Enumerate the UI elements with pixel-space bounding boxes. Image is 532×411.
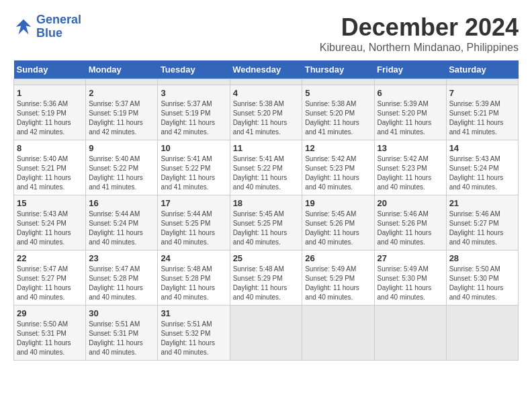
day-cell [14, 79, 86, 85]
day-cell: 2Sunrise: 5:37 AMSunset: 5:19 PMDaylight… [86, 85, 158, 140]
day-info: Sunrise: 5:44 AMSunset: 5:25 PMDaylight:… [161, 210, 226, 247]
week-row-2: 1Sunrise: 5:36 AMSunset: 5:19 PMDaylight… [14, 85, 519, 140]
day-cell: 5Sunrise: 5:38 AMSunset: 5:20 PMDaylight… [302, 85, 374, 140]
day-number: 10 [161, 143, 226, 153]
day-info: Sunrise: 5:37 AMSunset: 5:19 PMDaylight:… [89, 99, 154, 137]
day-number: 13 [378, 143, 443, 153]
day-header-saturday: Saturday [446, 60, 518, 79]
day-number: 14 [449, 143, 515, 153]
day-cell: 17Sunrise: 5:44 AMSunset: 5:25 PMDayligh… [158, 195, 230, 250]
day-number: 27 [378, 253, 443, 263]
day-number: 4 [233, 88, 300, 98]
day-number: 21 [449, 198, 515, 208]
day-number: 2 [89, 88, 154, 98]
week-row-3: 8Sunrise: 5:40 AMSunset: 5:21 PMDaylight… [14, 140, 519, 195]
title-area: December 2024 Kibureau, Northern Mindana… [320, 13, 519, 54]
day-cell [158, 79, 230, 85]
day-cell: 3Sunrise: 5:37 AMSunset: 5:19 PMDaylight… [158, 85, 230, 140]
day-number: 24 [161, 253, 226, 263]
day-number: 3 [161, 88, 226, 98]
day-cell: 15Sunrise: 5:43 AMSunset: 5:24 PMDayligh… [14, 195, 86, 250]
day-cell: 10Sunrise: 5:41 AMSunset: 5:22 PMDayligh… [158, 140, 230, 195]
day-info: Sunrise: 5:37 AMSunset: 5:19 PMDaylight:… [161, 99, 226, 137]
day-header-monday: Monday [86, 60, 158, 79]
day-info: Sunrise: 5:44 AMSunset: 5:24 PMDaylight:… [89, 210, 154, 247]
week-row-5: 22Sunrise: 5:47 AMSunset: 5:27 PMDayligh… [14, 250, 519, 306]
calendar-table: SundayMondayTuesdayWednesdayThursdayFrid… [13, 60, 519, 361]
day-cell: 30Sunrise: 5:51 AMSunset: 5:31 PMDayligh… [86, 306, 158, 361]
day-number: 1 [17, 88, 83, 98]
logo-text: GeneralBlue [36, 13, 81, 40]
calendar-title: December 2024 [320, 13, 519, 42]
day-cell [446, 306, 518, 361]
header: GeneralBlue December 2024 Kibureau, Nort… [13, 13, 519, 54]
day-number: 25 [233, 253, 300, 263]
day-info: Sunrise: 5:39 AMSunset: 5:20 PMDaylight:… [378, 99, 443, 137]
day-cell [230, 306, 302, 361]
day-info: Sunrise: 5:43 AMSunset: 5:24 PMDaylight:… [17, 210, 83, 247]
day-cell [446, 79, 518, 85]
day-info: Sunrise: 5:47 AMSunset: 5:27 PMDaylight:… [17, 265, 83, 302]
day-info: Sunrise: 5:50 AMSunset: 5:31 PMDaylight:… [17, 320, 83, 357]
day-cell [86, 79, 158, 85]
day-info: Sunrise: 5:46 AMSunset: 5:27 PMDaylight:… [449, 210, 515, 247]
week-row-6: 29Sunrise: 5:50 AMSunset: 5:31 PMDayligh… [14, 306, 519, 361]
day-header-friday: Friday [374, 60, 446, 79]
week-row-1 [14, 79, 519, 85]
day-cell: 9Sunrise: 5:40 AMSunset: 5:22 PMDaylight… [86, 140, 158, 195]
day-info: Sunrise: 5:43 AMSunset: 5:24 PMDaylight:… [449, 154, 515, 192]
day-info: Sunrise: 5:40 AMSunset: 5:22 PMDaylight:… [89, 154, 154, 192]
day-cell: 18Sunrise: 5:45 AMSunset: 5:25 PMDayligh… [230, 195, 302, 250]
day-cell: 25Sunrise: 5:48 AMSunset: 5:29 PMDayligh… [230, 250, 302, 306]
day-info: Sunrise: 5:45 AMSunset: 5:26 PMDaylight:… [305, 210, 371, 247]
day-cell: 13Sunrise: 5:42 AMSunset: 5:23 PMDayligh… [374, 140, 446, 195]
day-number: 30 [89, 308, 154, 318]
day-number: 20 [378, 198, 443, 208]
day-cell: 8Sunrise: 5:40 AMSunset: 5:21 PMDaylight… [14, 140, 86, 195]
day-cell: 16Sunrise: 5:44 AMSunset: 5:24 PMDayligh… [86, 195, 158, 250]
day-cell: 22Sunrise: 5:47 AMSunset: 5:27 PMDayligh… [14, 250, 86, 306]
day-info: Sunrise: 5:41 AMSunset: 5:22 PMDaylight:… [161, 154, 226, 192]
calendar-subtitle: Kibureau, Northern Mindanao, Philippines [320, 42, 519, 54]
day-cell: 12Sunrise: 5:42 AMSunset: 5:23 PMDayligh… [302, 140, 374, 195]
day-info: Sunrise: 5:46 AMSunset: 5:26 PMDaylight:… [378, 210, 443, 247]
day-info: Sunrise: 5:51 AMSunset: 5:32 PMDaylight:… [161, 320, 226, 357]
day-cell: 11Sunrise: 5:41 AMSunset: 5:22 PMDayligh… [230, 140, 302, 195]
day-cell [374, 306, 446, 361]
day-number: 7 [449, 88, 515, 98]
day-cell: 31Sunrise: 5:51 AMSunset: 5:32 PMDayligh… [158, 306, 230, 361]
day-cell: 26Sunrise: 5:49 AMSunset: 5:29 PMDayligh… [302, 250, 374, 306]
day-info: Sunrise: 5:42 AMSunset: 5:23 PMDaylight:… [305, 154, 371, 192]
day-cell: 29Sunrise: 5:50 AMSunset: 5:31 PMDayligh… [14, 306, 86, 361]
day-info: Sunrise: 5:48 AMSunset: 5:29 PMDaylight:… [233, 265, 300, 302]
day-cell: 4Sunrise: 5:38 AMSunset: 5:20 PMDaylight… [230, 85, 302, 140]
day-cell: 19Sunrise: 5:45 AMSunset: 5:26 PMDayligh… [302, 195, 374, 250]
day-info: Sunrise: 5:42 AMSunset: 5:23 PMDaylight:… [378, 154, 443, 192]
day-cell [302, 79, 374, 85]
day-number: 6 [378, 88, 443, 98]
day-number: 5 [305, 88, 371, 98]
logo: GeneralBlue [13, 13, 81, 40]
day-cell: 28Sunrise: 5:50 AMSunset: 5:30 PMDayligh… [446, 250, 518, 306]
day-number: 26 [305, 253, 371, 263]
day-info: Sunrise: 5:47 AMSunset: 5:28 PMDaylight:… [89, 265, 154, 302]
day-cell: 20Sunrise: 5:46 AMSunset: 5:26 PMDayligh… [374, 195, 446, 250]
day-info: Sunrise: 5:38 AMSunset: 5:20 PMDaylight:… [305, 99, 371, 137]
day-cell: 27Sunrise: 5:49 AMSunset: 5:30 PMDayligh… [374, 250, 446, 306]
day-cell [374, 79, 446, 85]
day-info: Sunrise: 5:50 AMSunset: 5:30 PMDaylight:… [449, 265, 515, 302]
day-number: 11 [233, 143, 300, 153]
day-number: 16 [89, 198, 154, 208]
day-info: Sunrise: 5:51 AMSunset: 5:31 PMDaylight:… [89, 320, 154, 357]
day-number: 9 [89, 143, 154, 153]
day-info: Sunrise: 5:45 AMSunset: 5:25 PMDaylight:… [233, 210, 300, 247]
day-cell: 7Sunrise: 5:39 AMSunset: 5:21 PMDaylight… [446, 85, 518, 140]
day-number: 23 [89, 253, 154, 263]
day-number: 29 [17, 308, 83, 318]
day-cell: 6Sunrise: 5:39 AMSunset: 5:20 PMDaylight… [374, 85, 446, 140]
header-row: SundayMondayTuesdayWednesdayThursdayFrid… [14, 60, 519, 79]
day-number: 8 [17, 143, 83, 153]
day-info: Sunrise: 5:38 AMSunset: 5:20 PMDaylight:… [233, 99, 300, 137]
day-number: 31 [161, 308, 226, 318]
svg-marker-0 [16, 19, 32, 35]
